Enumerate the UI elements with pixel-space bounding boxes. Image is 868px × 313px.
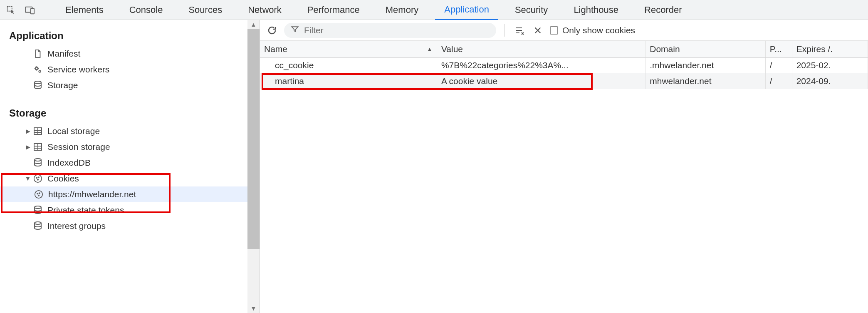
col-header-path[interactable]: P... bbox=[765, 41, 792, 57]
scrollbar-thumb[interactable] bbox=[247, 29, 260, 249]
delete-selected-button[interactable] bbox=[532, 24, 544, 37]
sidebar-heading-application: Application bbox=[0, 25, 248, 46]
tab-memory[interactable]: Memory bbox=[376, 0, 428, 20]
sidebar-item-cookies[interactable]: ▼ Cookies bbox=[0, 171, 248, 186]
cookies-table[interactable]: Name ▲ Value Domain P... Expires /. cc_c… bbox=[260, 41, 868, 89]
sidebar-item-cookie-origin[interactable]: https://mhwelander.net bbox=[0, 186, 248, 202]
svg-point-15 bbox=[39, 193, 40, 194]
sidebar-item-interest-groups[interactable]: Interest groups bbox=[0, 218, 248, 234]
svg-point-13 bbox=[35, 191, 42, 198]
tab-separator bbox=[46, 4, 46, 16]
tab-performance[interactable]: Performance bbox=[298, 0, 369, 20]
tab-sources[interactable]: Sources bbox=[179, 0, 231, 20]
tab-application[interactable]: Application bbox=[435, 0, 498, 20]
svg-point-5 bbox=[35, 81, 41, 84]
scroll-down-icon[interactable]: ▼ bbox=[247, 304, 260, 313]
chevron-down-icon: ▼ bbox=[24, 175, 32, 182]
tab-recorder[interactable]: Recorder bbox=[635, 0, 691, 20]
cookies-table-wrap: Name ▲ Value Domain P... Expires /. cc_c… bbox=[260, 41, 868, 313]
toolbar-separator bbox=[504, 24, 505, 37]
svg-point-10 bbox=[36, 177, 37, 178]
only-show-cookies-label: Only show cookies bbox=[562, 25, 635, 35]
svg-point-4 bbox=[39, 70, 41, 72]
refresh-button[interactable] bbox=[266, 24, 278, 37]
svg-point-14 bbox=[37, 193, 38, 194]
tab-security[interactable]: Security bbox=[506, 0, 557, 20]
table-grid-icon bbox=[32, 143, 43, 151]
svg-rect-2 bbox=[31, 8, 34, 14]
tab-elements[interactable]: Elements bbox=[56, 0, 113, 20]
sidebar-item-storage[interactable]: Storage bbox=[0, 77, 248, 93]
application-sidebar: Application Manifest Ser bbox=[0, 20, 248, 313]
cookie-icon bbox=[32, 174, 43, 183]
device-toolbar-icon[interactable] bbox=[24, 4, 36, 16]
sidebar-item-indexeddb[interactable]: IndexedDB bbox=[0, 155, 248, 171]
svg-point-11 bbox=[38, 177, 39, 178]
document-icon bbox=[32, 49, 43, 58]
svg-point-9 bbox=[34, 175, 42, 182]
svg-point-16 bbox=[38, 195, 39, 196]
sidebar-item-session-storage[interactable]: ▶ Session storage bbox=[0, 139, 248, 155]
sidebar-scrollbar[interactable]: ▲ ▼ bbox=[247, 20, 260, 313]
sidebar-item-manifest[interactable]: Manifest bbox=[0, 46, 248, 62]
database-icon bbox=[32, 221, 43, 231]
col-header-expires[interactable]: Expires /. bbox=[792, 41, 868, 57]
tab-lighthouse[interactable]: Lighthouse bbox=[564, 0, 628, 20]
only-show-cookies-checkbox[interactable]: Only show cookies bbox=[550, 25, 635, 35]
table-row[interactable]: cc_cookie %7B%22categories%22%3A%... .mh… bbox=[260, 57, 868, 73]
svg-point-3 bbox=[36, 67, 38, 70]
sidebar-item-local-storage[interactable]: ▶ Local storage bbox=[0, 123, 248, 139]
clear-all-button[interactable] bbox=[513, 24, 526, 37]
devtools-tab-strip: Elements Console Sources Network Perform… bbox=[0, 0, 868, 20]
sort-asc-icon: ▲ bbox=[427, 46, 433, 52]
svg-point-17 bbox=[35, 206, 41, 209]
sidebar-item-private-state-tokens[interactable]: Private state tokens bbox=[0, 202, 248, 218]
database-icon bbox=[32, 206, 43, 215]
tab-console[interactable]: Console bbox=[120, 0, 172, 20]
database-icon bbox=[32, 81, 43, 90]
scroll-up-icon[interactable]: ▲ bbox=[247, 20, 260, 29]
inspect-element-icon[interactable] bbox=[5, 4, 17, 16]
tab-network[interactable]: Network bbox=[239, 0, 291, 20]
table-row[interactable]: martina A cookie value mhwelander.net / … bbox=[260, 73, 868, 89]
svg-point-12 bbox=[37, 179, 38, 180]
col-header-domain[interactable]: Domain bbox=[645, 41, 766, 57]
filter-input[interactable] bbox=[304, 25, 490, 35]
chevron-right-icon: ▶ bbox=[24, 144, 32, 150]
gears-icon bbox=[32, 65, 43, 74]
svg-point-8 bbox=[35, 159, 41, 161]
sidebar-heading-storage: Storage bbox=[0, 102, 248, 123]
checkbox-icon[interactable] bbox=[550, 26, 558, 35]
svg-point-18 bbox=[35, 222, 41, 224]
cookies-toolbar: Only show cookies bbox=[260, 20, 868, 41]
table-grid-icon bbox=[32, 127, 43, 135]
filter-box[interactable] bbox=[284, 23, 496, 38]
cookie-icon bbox=[33, 190, 44, 199]
database-icon bbox=[32, 158, 43, 167]
col-header-name[interactable]: Name ▲ bbox=[260, 41, 437, 57]
col-header-value[interactable]: Value bbox=[437, 41, 645, 57]
filter-icon bbox=[291, 25, 299, 35]
sidebar-item-service-workers[interactable]: Service workers bbox=[0, 62, 248, 77]
chevron-right-icon: ▶ bbox=[24, 128, 32, 134]
